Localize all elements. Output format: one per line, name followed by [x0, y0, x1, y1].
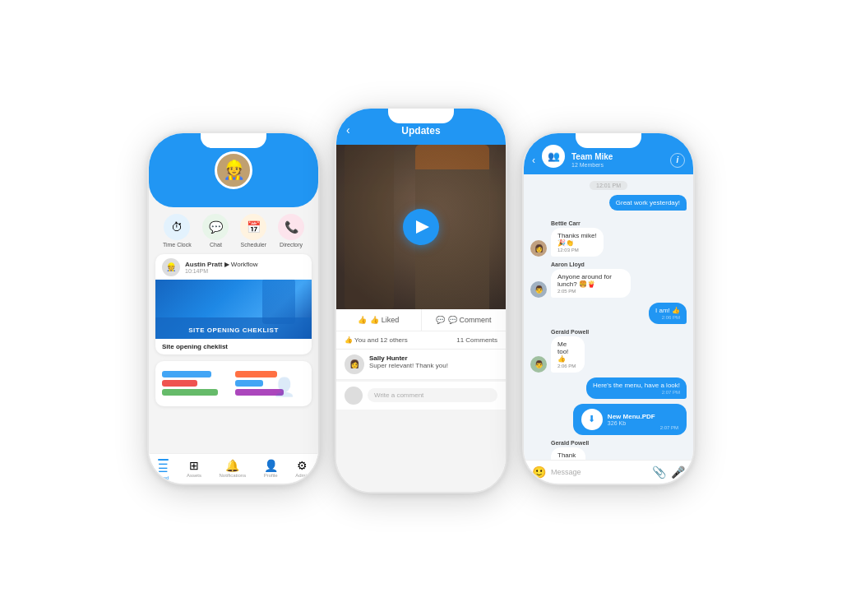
time-clock-label: Time Clock [163, 242, 192, 248]
file-info: New Menu.PDF 326 Kb [608, 413, 655, 426]
chat-input-field[interactable]: Message [551, 468, 647, 476]
gerald-name-2: Gerald Powell [551, 440, 597, 446]
msg-text-3: Here's the menu, have a look! [593, 382, 680, 389]
write-comment-input[interactable]: Write a comment [368, 388, 497, 402]
emoji-icon[interactable]: 🙂 [532, 465, 546, 479]
nav-feed-label: Feed [158, 475, 169, 480]
attach-icon[interactable]: 📎 [652, 465, 666, 479]
notch-center [388, 109, 454, 123]
msg-text-2: I am! 👍 [655, 307, 680, 314]
directory-label: Directory [280, 242, 303, 248]
comment-item: 👩 Sally Hunter Super relevant! Thank you… [336, 350, 506, 380]
bettie-bubble: Thanks mike! 🎉👏 12:03 PM [551, 228, 604, 257]
icon-chat[interactable]: 💬 Chat [202, 214, 229, 248]
comments-count: 11 Comments [456, 336, 497, 344]
notch-right [576, 133, 641, 148]
schedule-bars: 👤 [155, 364, 312, 402]
feed-post-title: Site opening cheklist [155, 339, 312, 354]
icon-directory[interactable]: 📞 Directory [278, 214, 304, 248]
nav-assets[interactable]: ⊞ Assets [187, 459, 201, 480]
gerald-msg-group-1: Gerald Powell Me too! 👍 2:06 PM [551, 329, 596, 373]
screen-left: 👷 ⏱ Time Clock 💬 Chat 📅 Scheduler [149, 133, 318, 484]
commenter-name: Sally Hunter [369, 354, 448, 362]
phone-left: 👷 ⏱ Time Clock 💬 Chat 📅 Scheduler [147, 132, 320, 485]
nav-notif-label: Notifications [219, 473, 246, 478]
nav-profile-label: Profile [264, 473, 278, 478]
icon-time-clock[interactable]: ⏱ Time Clock [163, 214, 192, 248]
nav-feed[interactable]: ☰ Feed [158, 459, 169, 480]
gerald-text-1: Me too! 👍 [557, 340, 568, 363]
comment-label: 💬 Comment [448, 316, 492, 324]
play-icon [416, 220, 429, 234]
schedule-card: 👤 [155, 361, 312, 406]
avatar-icon: 👷 [223, 161, 245, 179]
gerald-msg-group-2: Gerald Powell Thank you! 2:08 PM [551, 440, 597, 460]
chat-team-avatar: 👥 [542, 145, 565, 168]
feed-card: 👷 Austin Pratt ▶ Workflow 10:14PM [155, 254, 312, 354]
bettie-msg-group: Bettie Carr Thanks mike! 🎉👏 12:03 PM [551, 220, 622, 257]
feed-time: 10:14PM [185, 268, 258, 274]
gerald-name-1: Gerald Powell [551, 329, 596, 335]
time-clock-icon: ⏱ [164, 214, 190, 240]
msg-outgoing-3: Here's the menu, have a look! 2:07 PM [586, 377, 687, 399]
admin-nav-icon: ⚙ [297, 459, 308, 472]
scheduler-label: Scheduler [241, 242, 267, 248]
bettie-avatar: 👩 [530, 240, 547, 257]
file-bubble: ⬇ New Menu.PDF 326 Kb 2:07 PM [573, 404, 687, 435]
nav-admin[interactable]: ⚙ Admin [295, 459, 309, 480]
feed-user-info: Austin Pratt ▶ Workflow [185, 261, 258, 268]
phone-center: ‹ Updates 👍 👍 Liked 💬 [335, 107, 507, 493]
liked-button[interactable]: 👍 👍 Liked [336, 309, 422, 331]
likes-text: 👍 You and 12 others [345, 336, 408, 344]
gerald-bubble-2: Thank you! 2:08 PM [551, 447, 585, 460]
play-button[interactable] [403, 209, 439, 245]
notch-left [201, 133, 266, 148]
nav-admin-label: Admin [295, 473, 309, 478]
msg-aaron: 👨 Aaron Lloyd Anyone around for lunch? 🍔… [530, 262, 687, 298]
chat-icon: 💬 [202, 214, 229, 240]
profile-nav-icon: 👤 [264, 459, 278, 472]
chat-input-bar: 🙂 Message 📎 🎤 [524, 460, 693, 484]
feed-image: SITE OPENING CHEKLIST [155, 280, 312, 339]
gerald-bubble-1: Me too! 👍 2:06 PM [551, 336, 585, 373]
time-divider-1: 12:01 PM [590, 181, 627, 190]
feed-image-text: SITE OPENING CHEKLIST [188, 327, 279, 334]
screen-right: ‹ 👥 Team Mike 12 Members i 12:01 PM Grea… [524, 133, 693, 484]
file-icon: ⬇ [581, 409, 603, 430]
likes-row: 👍 You and 12 others 11 Comments [336, 331, 506, 350]
feed-card-header: 👷 Austin Pratt ▶ Workflow 10:14PM [155, 254, 312, 280]
phones-container: 👷 ⏱ Time Clock 💬 Chat 📅 Scheduler [131, 107, 711, 510]
directory-icon: 📞 [278, 214, 304, 240]
back-arrow-icon[interactable]: ‹ [346, 123, 350, 137]
chat-info-icon[interactable]: i [670, 153, 685, 168]
nav-assets-label: Assets [187, 473, 201, 478]
gerald-time-1: 2:06 PM [557, 364, 578, 368]
aaron-avatar: 👨 [530, 281, 547, 298]
file-size: 326 Kb [608, 420, 655, 426]
aaron-text: Anyone around for lunch? 🍔🍟 [557, 273, 612, 288]
gerald-text-2: Thank you! [557, 452, 576, 460]
gerald-avatar: 👨 [530, 356, 547, 373]
chat-label: Chat [210, 242, 222, 248]
mic-icon[interactable]: 🎤 [671, 465, 685, 479]
msg-time-3: 2:07 PM [593, 390, 680, 395]
icon-scheduler[interactable]: 📅 Scheduler [240, 214, 266, 248]
avatar: 👷 [215, 151, 252, 189]
write-comment[interactable]: Write a comment [336, 382, 506, 410]
file-name: New Menu.PDF [608, 413, 655, 420]
file-time: 2:07 PM [660, 425, 678, 430]
chat-back-icon[interactable]: ‹ [532, 155, 535, 166]
video-container[interactable] [336, 145, 506, 309]
nav-profile[interactable]: 👤 Profile [264, 459, 278, 480]
commenter-avatar: 👩 [345, 354, 364, 374]
chat-team-members: 12 Members [571, 162, 664, 168]
msg-gerald-2: 👨 Gerald Powell Thank you! 2:08 PM [530, 440, 687, 460]
action-buttons: 👍 👍 Liked 💬 💬 Comment [336, 309, 506, 331]
commenter-msg: Super relevant! Thank you! [369, 362, 448, 369]
comment-button[interactable]: 💬 💬 Comment [422, 309, 507, 331]
msg-gerald-1: 👨 Gerald Powell Me too! 👍 2:06 PM [530, 329, 687, 373]
quick-icons-row: ⏱ Time Clock 💬 Chat 📅 Scheduler 📞 Direct… [149, 207, 318, 251]
msg-time-2: 2:06 PM [655, 315, 680, 320]
nav-notifications[interactable]: 🔔 Notifications [219, 459, 246, 480]
comment-icon: 💬 [436, 316, 445, 324]
